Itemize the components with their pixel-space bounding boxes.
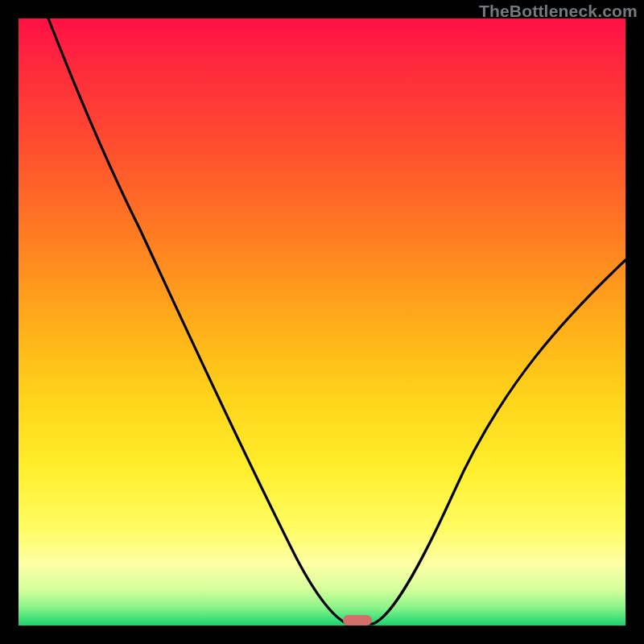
- chart-container: TheBottleneck.com: [0, 0, 644, 644]
- bottleneck-curve: [19, 19, 625, 625]
- optimal-marker: [343, 615, 372, 625]
- watermark-text: TheBottleneck.com: [479, 2, 638, 21]
- plot-area: [19, 19, 625, 625]
